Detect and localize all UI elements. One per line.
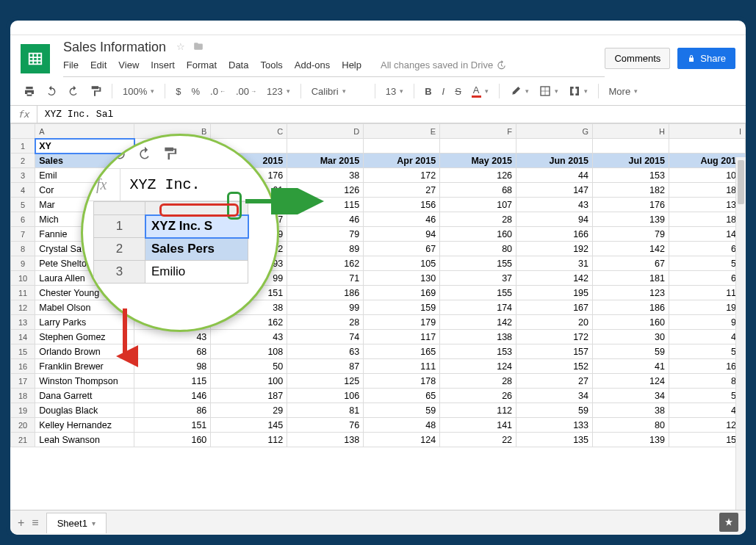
- undo-icon[interactable]: [43, 82, 60, 100]
- history-icon[interactable]: [496, 60, 506, 71]
- cell[interactable]: [669, 139, 745, 154]
- cell[interactable]: 174: [440, 300, 516, 315]
- cell[interactable]: 34: [593, 389, 669, 403]
- cell[interactable]: 76: [287, 418, 364, 433]
- redo-icon[interactable]: [65, 82, 82, 100]
- cell[interactable]: 141: [440, 418, 516, 433]
- cell[interactable]: 108: [211, 344, 287, 359]
- cell[interactable]: 155: [440, 256, 516, 271]
- cell[interactable]: 37: [440, 271, 516, 286]
- cell[interactable]: Jun 2015: [516, 154, 593, 168]
- menu-insert[interactable]: Insert: [151, 59, 175, 71]
- browser-tab[interactable]: [35, 21, 131, 24]
- cell[interactable]: [593, 139, 669, 154]
- row-header[interactable]: 7: [11, 227, 35, 242]
- cell[interactable]: 31: [516, 256, 593, 271]
- cell[interactable]: 154: [669, 433, 745, 447]
- cell[interactable]: 94: [364, 227, 440, 242]
- row-header[interactable]: 18: [11, 389, 35, 403]
- cell[interactable]: 130: [364, 271, 440, 286]
- cell[interactable]: 68: [134, 344, 211, 359]
- cell[interactable]: 117: [669, 286, 745, 300]
- document-title[interactable]: Sales Information: [63, 40, 166, 55]
- menu-help[interactable]: Help: [342, 59, 361, 71]
- cell[interactable]: 166: [669, 359, 745, 374]
- cell[interactable]: 160: [134, 433, 211, 447]
- cell[interactable]: 126: [440, 168, 516, 183]
- cell[interactable]: 83: [669, 374, 745, 389]
- cell[interactable]: 125: [287, 374, 364, 389]
- cell[interactable]: 172: [516, 330, 593, 344]
- comments-button[interactable]: Comments: [605, 48, 670, 69]
- cell[interactable]: 38: [593, 403, 669, 418]
- font-select[interactable]: Calibri: [309, 83, 367, 100]
- row-header[interactable]: 16: [11, 359, 35, 374]
- cell[interactable]: [287, 139, 364, 154]
- cell[interactable]: 153: [593, 168, 669, 183]
- cell[interactable]: Dana Garrett: [35, 389, 134, 403]
- cell[interactable]: 133: [669, 198, 745, 212]
- cell[interactable]: Apr 2015: [364, 154, 440, 168]
- cell[interactable]: 147: [516, 183, 593, 198]
- cell[interactable]: 44: [516, 168, 593, 183]
- font-size-select[interactable]: 13: [383, 83, 406, 100]
- cell[interactable]: Mar 2015: [287, 154, 364, 168]
- cell[interactable]: 176: [593, 198, 669, 212]
- row-header[interactable]: 9: [11, 256, 35, 271]
- cell[interactable]: [364, 139, 440, 154]
- cell[interactable]: 27: [516, 374, 593, 389]
- percent-button[interactable]: %: [188, 83, 203, 100]
- row-header[interactable]: 12: [11, 300, 35, 315]
- col-header[interactable]: D: [287, 124, 364, 139]
- share-button[interactable]: Share: [677, 48, 735, 69]
- cell[interactable]: 187: [211, 389, 287, 403]
- cell[interactable]: 142: [516, 271, 593, 286]
- vertical-scrollbar[interactable]: [735, 157, 746, 510]
- menu-data[interactable]: Data: [228, 59, 248, 71]
- cell[interactable]: 182: [669, 183, 745, 198]
- cell[interactable]: 67: [669, 271, 745, 286]
- cell[interactable]: 139: [593, 433, 669, 447]
- cell[interactable]: 28: [287, 315, 364, 330]
- cell[interactable]: Leah Swanson: [35, 433, 134, 447]
- cell[interactable]: 28: [440, 374, 516, 389]
- cell[interactable]: 28: [440, 212, 516, 227]
- sheet-tab[interactable]: Sheet1 ▾: [46, 513, 107, 533]
- row-header[interactable]: 4: [11, 183, 35, 198]
- col-header[interactable]: G: [516, 124, 593, 139]
- cell[interactable]: 196: [669, 300, 745, 315]
- cell[interactable]: 59: [516, 403, 593, 418]
- italic-button[interactable]: I: [439, 83, 448, 100]
- cell[interactable]: 71: [287, 271, 364, 286]
- cell[interactable]: 94: [516, 212, 593, 227]
- cell[interactable]: 181: [593, 271, 669, 286]
- cell[interactable]: 79: [287, 227, 364, 242]
- zoom-select[interactable]: 100%: [120, 83, 157, 100]
- cell[interactable]: 112: [211, 433, 287, 447]
- cell[interactable]: 178: [364, 374, 440, 389]
- cell[interactable]: 179: [364, 315, 440, 330]
- cell[interactable]: 139: [593, 212, 669, 227]
- row-header[interactable]: 21: [11, 433, 35, 447]
- bold-button[interactable]: B: [422, 83, 434, 100]
- cell[interactable]: 124: [440, 359, 516, 374]
- decimal-decrease-button[interactable]: .0←: [207, 83, 228, 100]
- cell[interactable]: 195: [516, 286, 593, 300]
- cell[interactable]: 80: [593, 418, 669, 433]
- row-header[interactable]: 15: [11, 344, 35, 359]
- cell[interactable]: Winston Thompson: [35, 374, 134, 389]
- cell[interactable]: 63: [287, 344, 364, 359]
- cell[interactable]: XY: [35, 139, 134, 154]
- cell[interactable]: 192: [516, 242, 593, 256]
- cell[interactable]: 142: [440, 315, 516, 330]
- text-color-button[interactable]: A: [469, 82, 492, 101]
- borders-button[interactable]: [536, 82, 561, 100]
- cell[interactable]: 115: [134, 374, 211, 389]
- cell[interactable]: 146: [134, 389, 211, 403]
- explore-button[interactable]: [719, 513, 738, 532]
- cell[interactable]: 65: [364, 389, 440, 403]
- cell[interactable]: 68: [440, 183, 516, 198]
- cell[interactable]: 123: [593, 286, 669, 300]
- cell[interactable]: 124: [364, 433, 440, 447]
- cell[interactable]: 87: [287, 359, 364, 374]
